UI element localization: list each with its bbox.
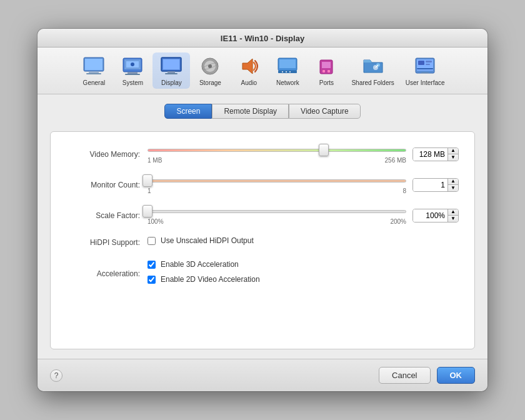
monitor-count-down[interactable]: ▼: [448, 185, 458, 192]
tab-remote-display[interactable]: Remote Display: [212, 104, 289, 119]
tab-screen[interactable]: Screen: [164, 104, 212, 119]
video-memory-labels: 1 MB 256 MB: [148, 157, 406, 164]
toolbar-item-network[interactable]: Network: [269, 52, 306, 89]
monitor-count-field[interactable]: [413, 179, 448, 191]
svg-rect-27: [322, 62, 331, 68]
general-icon: [82, 55, 105, 78]
scale-factor-down[interactable]: ▼: [448, 216, 458, 222]
scale-factor-max: 200%: [390, 218, 406, 225]
toolbar-item-user-interface[interactable]: User Interface: [401, 52, 450, 89]
svg-rect-37: [426, 64, 430, 65]
accel-2d-checkbox[interactable]: [148, 276, 156, 284]
monitor-count-track-bg: [148, 179, 406, 182]
toolbar-item-audio[interactable]: Audio: [230, 52, 268, 89]
ok-button[interactable]: OK: [437, 367, 476, 384]
svg-rect-9: [125, 74, 140, 75]
scale-factor-min: 100%: [148, 218, 164, 225]
accel-3d-checkbox[interactable]: [148, 261, 156, 269]
toolbar-item-system[interactable]: System: [114, 52, 151, 89]
storage-icon: [199, 55, 221, 78]
settings-panel: Video Memory: 1 MB 256 MB: [50, 131, 475, 349]
scale-factor-stepper: ▲ ▼: [448, 209, 458, 222]
svg-rect-22: [278, 71, 297, 73]
video-memory-slider-container: 1 MB 256 MB: [148, 144, 406, 164]
svg-rect-13: [168, 71, 175, 73]
scale-factor-control: 100% 200% ▲ ▼: [148, 206, 459, 225]
video-memory-min: 1 MB: [148, 157, 162, 164]
video-memory-label: Video Memory:: [66, 150, 148, 159]
monitor-count-label: Monitor Count:: [66, 181, 148, 189]
toolbar-item-storage[interactable]: Storage: [191, 52, 229, 89]
monitor-count-thumb[interactable]: [142, 174, 152, 187]
hidpi-checkbox[interactable]: [148, 237, 156, 245]
svg-rect-38: [417, 68, 433, 69]
svg-point-24: [286, 71, 287, 72]
system-label: System: [122, 79, 143, 86]
scale-factor-value-input[interactable]: ▲ ▼: [412, 209, 459, 222]
system-icon: [121, 55, 144, 78]
content-area: Screen Remote Display Video Capture Vide…: [38, 94, 488, 359]
shared-folders-label: Shared Folders: [351, 79, 394, 86]
svg-point-25: [289, 71, 291, 72]
main-window: IE11 - Win10 - Display General: [38, 29, 488, 391]
svg-rect-39: [421, 72, 429, 73]
tab-video-capture[interactable]: Video Capture: [289, 104, 361, 119]
svg-rect-35: [418, 61, 424, 65]
accel-3d-label: Enable 3D Acceleration: [161, 260, 239, 269]
acceleration-label: Acceleration:: [66, 269, 148, 278]
scale-factor-track[interactable]: [148, 206, 406, 217]
video-memory-max: 256 MB: [385, 157, 406, 164]
scale-factor-thumb[interactable]: [142, 205, 152, 218]
accel-2d-label: Enable 2D Video Acceleration: [161, 275, 260, 284]
video-memory-track[interactable]: [148, 144, 406, 156]
svg-point-23: [282, 71, 283, 72]
storage-label: Storage: [199, 79, 221, 86]
svg-rect-3: [86, 73, 101, 74]
monitor-count-max: 8: [402, 188, 406, 194]
tab-bar: Screen Remote Display Video Capture: [50, 104, 475, 119]
scale-factor-up[interactable]: ▲: [448, 209, 458, 216]
svg-point-7: [131, 62, 134, 66]
toolbar-item-shared-folders[interactable]: Shared Folders: [346, 52, 399, 89]
shared-folders-icon: [362, 55, 384, 78]
ports-label: Ports: [319, 79, 334, 86]
svg-rect-8: [128, 72, 138, 74]
toolbar-item-display[interactable]: Display: [152, 52, 190, 89]
hidpi-row: HiDPI Support: Use Unscaled HiDPI Output: [66, 236, 459, 249]
svg-rect-12: [163, 59, 179, 69]
acceleration-row: Acceleration: Enable 3D Acceleration Ena…: [66, 260, 459, 288]
window-title: IE11 - Win10 - Display: [221, 34, 304, 43]
display-icon: [160, 55, 182, 78]
toolbar-item-general[interactable]: General: [75, 52, 112, 89]
toolbar: General System: [38, 48, 488, 94]
footer: ? Cancel OK: [38, 359, 488, 391]
video-memory-value-input[interactable]: ▲ ▼: [412, 148, 459, 161]
accel-3d-row: Enable 3D Acceleration: [148, 260, 239, 269]
video-memory-field[interactable]: [413, 148, 448, 161]
help-button[interactable]: ?: [50, 369, 62, 382]
audio-icon: [238, 55, 260, 78]
scale-factor-field[interactable]: [413, 209, 448, 222]
scale-factor-slider-container: 100% 200%: [148, 206, 406, 225]
svg-rect-2: [89, 71, 99, 73]
video-memory-row: Video Memory: 1 MB 256 MB: [66, 144, 459, 164]
monitor-count-value-input[interactable]: ▲ ▼: [412, 178, 459, 192]
monitor-count-up[interactable]: ▲: [448, 178, 458, 185]
svg-point-17: [208, 64, 212, 68]
audio-label: Audio: [241, 79, 258, 86]
network-label: Network: [276, 79, 299, 86]
svg-rect-29: [328, 70, 330, 72]
monitor-count-min: 1: [148, 188, 151, 194]
video-memory-stepper: ▲ ▼: [448, 148, 458, 161]
video-memory-down[interactable]: ▼: [448, 154, 458, 161]
user-interface-icon: [414, 55, 436, 78]
video-memory-thumb[interactable]: [319, 144, 329, 156]
general-label: General: [83, 79, 106, 86]
toolbar-item-ports[interactable]: Ports: [308, 52, 345, 89]
ports-icon: [315, 55, 338, 78]
video-memory-up[interactable]: ▲: [448, 148, 458, 154]
cancel-button[interactable]: Cancel: [379, 367, 430, 384]
monitor-count-track[interactable]: [148, 175, 406, 186]
svg-rect-36: [426, 61, 432, 62]
svg-rect-21: [279, 59, 296, 68]
